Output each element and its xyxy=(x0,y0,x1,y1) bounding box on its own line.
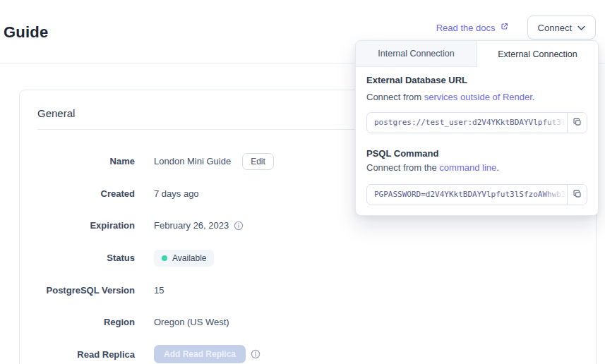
external-database-url-value[interactable]: postgres://test_user:d2V4YKktBDAYVlpfut3… xyxy=(367,113,567,133)
connect-panel-body: External Database URL Connect from servi… xyxy=(356,67,598,215)
connect-button-label: Connect xyxy=(538,23,572,33)
external-link-icon xyxy=(500,22,509,33)
status-badge: Available xyxy=(154,250,214,267)
status-badge-label: Available xyxy=(172,253,206,263)
row-postgresql-version-label: PostgreSQL Version xyxy=(20,285,135,296)
copy-psql-command-button[interactable] xyxy=(567,185,587,205)
copy-icon xyxy=(572,188,582,202)
copy-icon xyxy=(572,116,582,130)
desc-text: . xyxy=(496,162,499,173)
row-read-replica: Read Replica Add Read Replica xyxy=(20,339,596,364)
connect-button[interactable]: Connect xyxy=(527,16,596,40)
row-read-replica-label: Read Replica xyxy=(20,349,135,360)
tab-internal-connection[interactable]: Internal Connection xyxy=(356,41,477,67)
desc-text: . xyxy=(532,92,535,102)
connection-tabs: Internal Connection External Connection xyxy=(356,41,598,67)
chevron-down-icon xyxy=(577,23,585,33)
read-the-docs-label: Read the docs xyxy=(436,23,496,33)
services-outside-render-link[interactable]: services outside of Render xyxy=(424,92,532,102)
desc-text: Connect from xyxy=(366,92,424,102)
row-region-value: Oregon (US West) xyxy=(154,317,229,327)
tab-external-connection[interactable]: External Connection xyxy=(477,41,598,67)
page: Guide Read the docs Connect General xyxy=(0,0,605,364)
external-database-url-heading: External Database URL xyxy=(366,75,587,85)
header-actions: Read the docs Connect xyxy=(436,16,596,40)
row-expiration-value: February 26, 2023 xyxy=(154,220,229,231)
psql-command-desc: Connect from the command line. xyxy=(366,162,587,173)
external-database-url-desc: Connect from services outside of Render. xyxy=(366,92,587,102)
read-the-docs-link[interactable]: Read the docs xyxy=(436,22,509,33)
connect-dropdown-panel: Internal Connection External Connection … xyxy=(355,40,599,216)
page-title: Guide xyxy=(4,23,48,42)
row-status: Status Available xyxy=(20,242,596,274)
row-created-label: Created xyxy=(20,188,135,199)
external-database-url-field: postgres://test_user:d2V4YKktBDAYVlpfut3… xyxy=(366,112,587,133)
copy-external-url-button[interactable] xyxy=(567,113,587,133)
command-line-link[interactable]: command line xyxy=(439,162,496,173)
row-status-label: Status xyxy=(20,253,135,263)
psql-command-heading: PSQL Command xyxy=(366,148,587,159)
status-dot-icon xyxy=(162,255,167,261)
row-region-label: Region xyxy=(20,317,135,327)
add-read-replica-button[interactable]: Add Read Replica xyxy=(154,345,246,363)
row-expiration-label: Expiration xyxy=(20,220,135,231)
row-name-value: London Mini Guide xyxy=(154,156,231,166)
edit-name-button[interactable]: Edit xyxy=(242,153,274,170)
row-region: Region Oregon (US West) xyxy=(20,306,596,339)
row-created-value: 7 days ago xyxy=(154,188,199,199)
row-name-label: Name xyxy=(20,156,135,166)
row-postgresql-version-value: 15 xyxy=(154,285,164,296)
desc-text: Connect from the xyxy=(366,162,439,173)
row-postgresql-version: PostgreSQL Version 15 xyxy=(20,274,596,306)
psql-command-value[interactable]: PGPASSWORD=d2V4YKktBDAYVlpfut3lSfzoAWhwb… xyxy=(367,185,567,205)
expiration-info-icon[interactable] xyxy=(234,221,244,231)
read-replica-info-icon[interactable] xyxy=(251,349,260,359)
psql-command-field: PGPASSWORD=d2V4YKktBDAYVlpfut3lSfzoAWhwb… xyxy=(366,184,587,205)
